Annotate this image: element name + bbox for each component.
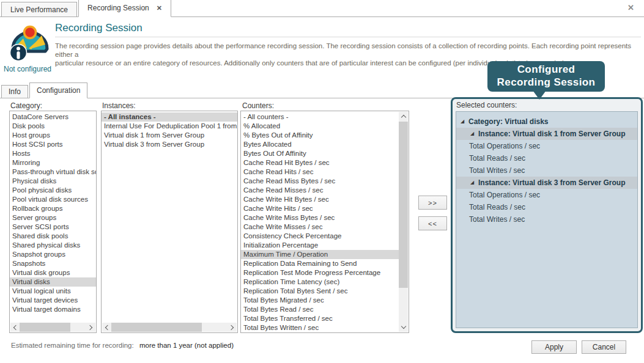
counter-list-item[interactable]: Cache Read Miss Bytes / sec: [241, 177, 399, 186]
cancel-button[interactable]: Cancel: [582, 340, 626, 354]
category-list-item[interactable]: Virtual logical units: [10, 287, 96, 296]
not-configured-status: Not configured: [4, 65, 51, 73]
configured-recording-session-callout: Configured Recording Session: [487, 61, 605, 92]
tab-configuration[interactable]: Configuration: [29, 82, 87, 98]
tree-item[interactable]: ◢ Total Reads / sec: [456, 152, 637, 164]
tab-label: Live Performance: [10, 6, 68, 14]
counter-list-item[interactable]: Initialization Percentage: [241, 241, 399, 250]
counter-list-item[interactable]: Replication Test Mode Progress Percentag…: [241, 268, 399, 277]
tab-live-performance[interactable]: Live Performance: [1, 2, 77, 16]
category-list-item[interactable]: Physical disks: [10, 177, 96, 186]
recording-session-gauge-icon: [10, 21, 50, 66]
scrollbar-track[interactable]: [20, 323, 86, 332]
category-list-item[interactable]: Server SCSI ports: [10, 222, 96, 232]
category-list-item[interactable]: Hosts: [10, 149, 96, 158]
remove-counters-button[interactable]: <<: [418, 216, 447, 230]
category-listbox[interactable]: DataCore Servers Disk pools Host groups …: [9, 111, 97, 333]
counter-list-item[interactable]: Bytes Out Of Affinity: [241, 149, 399, 158]
window-close-icon[interactable]: ✕: [627, 3, 634, 12]
apply-button[interactable]: Apply: [531, 340, 577, 354]
expander-icon[interactable]: ◢: [461, 116, 464, 128]
counter-list-item[interactable]: % Bytes Out of Affinity: [241, 131, 399, 140]
counter-list-item[interactable]: Cache Read Misses / sec: [241, 186, 399, 195]
counter-list-item[interactable]: Consistency Check Percentage: [241, 232, 399, 241]
expander-icon[interactable]: ◢: [470, 128, 474, 140]
category-list-item[interactable]: Host SCSI ports: [10, 140, 96, 149]
counter-list-item[interactable]: Cache Write Misses / sec: [241, 222, 399, 232]
category-list-item[interactable]: Virtual target devices: [10, 296, 96, 305]
category-horizontal-scrollbar[interactable]: [10, 323, 95, 332]
tab-recording-session[interactable]: Recording Session ✕: [78, 0, 171, 17]
category-list-item[interactable]: Host groups: [10, 131, 96, 140]
counter-list-item[interactable]: Maximum Time / Operation: [241, 250, 399, 259]
category-list-item[interactable]: DataCore Servers: [10, 112, 96, 122]
category-list-item[interactable]: Virtual disk groups: [10, 268, 96, 277]
scrollbar-thumb[interactable]: [111, 323, 202, 332]
counters-vertical-scrollbar[interactable]: [399, 112, 408, 332]
tree-item[interactable]: ◢ Instance: Virtual disk 3 from Server G…: [456, 177, 637, 189]
scrollbar-track[interactable]: [111, 323, 228, 332]
scroll-right-icon[interactable]: [228, 323, 237, 332]
callout-line-1: Configured: [517, 64, 576, 75]
category-list-item[interactable]: Pool physical disks: [10, 186, 96, 195]
category-list-item[interactable]: Rollback groups: [10, 204, 96, 213]
category-list-item[interactable]: Virtual disks: [10, 277, 96, 287]
selected-counters-tree[interactable]: ◢ Category: Virtual disks ◢ Instance: Vi…: [456, 111, 638, 328]
counter-list-item[interactable]: - All counters -: [241, 112, 399, 122]
instance-list-item[interactable]: Virtual disk 1 from Server Group: [102, 131, 237, 140]
tree-item[interactable]: ◢ Total Operations / sec: [456, 189, 637, 201]
instance-list-item[interactable]: Internal Use For Deduplication Pool 1 fr…: [102, 122, 237, 131]
instances-label: Instances:: [102, 101, 136, 110]
expander-icon[interactable]: ◢: [470, 177, 474, 189]
counter-list-item[interactable]: Cache Write Hit Bytes / sec: [241, 195, 399, 204]
scroll-up-icon[interactable]: [399, 112, 408, 121]
counters-listbox[interactable]: - All counters - % Allocated % Bytes Out…: [240, 111, 409, 333]
counter-list-item[interactable]: Cache Write Hits / sec: [241, 204, 399, 213]
category-list-item[interactable]: Snapshot groups: [10, 250, 96, 259]
tree-item[interactable]: ◢ Total Writes / sec: [456, 164, 637, 177]
category-list-item[interactable]: Disk pools: [10, 122, 96, 131]
tree-item[interactable]: ◢ Total Reads / sec: [456, 201, 637, 213]
scroll-left-icon[interactable]: [102, 323, 111, 332]
tree-item[interactable]: ◢ Total Writes / sec: [456, 213, 637, 226]
counter-list-item[interactable]: Total Bytes Read / sec: [241, 305, 399, 314]
scrollbar-thumb[interactable]: [399, 122, 408, 288]
category-list-item[interactable]: Pool virtual disk sources: [10, 195, 96, 204]
category-list-item[interactable]: Pass-through virtual disk sources: [10, 167, 96, 177]
instance-list-item[interactable]: - All instances -: [102, 112, 237, 122]
category-list-item[interactable]: Virtual target domains: [10, 305, 96, 314]
tab-close-icon[interactable]: ✕: [157, 4, 162, 12]
category-list-item[interactable]: Shared physical disks: [10, 241, 96, 250]
counter-list-item[interactable]: Cache Read Hits / sec: [241, 167, 399, 177]
add-counters-button[interactable]: >>: [418, 196, 447, 210]
counter-list-item[interactable]: Bytes Allocated: [241, 140, 399, 149]
counter-list-item[interactable]: Total Bytes Transferred / sec: [241, 314, 399, 323]
tab-label: Info: [9, 87, 21, 96]
estimated-time-status: Estimated remaining time for recording: …: [11, 342, 234, 349]
counter-list-item[interactable]: % Allocated: [241, 122, 399, 131]
document-tab-bar: Live Performance Recording Session ✕: [0, 0, 644, 17]
counter-list-item[interactable]: Replication Total Bytes Sent / sec: [241, 287, 399, 296]
scroll-down-icon[interactable]: [399, 323, 408, 332]
counter-list-item[interactable]: Replication Data Remaining to Send: [241, 259, 399, 268]
scroll-right-icon[interactable]: [86, 323, 95, 332]
scroll-left-icon[interactable]: [10, 323, 20, 332]
counter-list-item[interactable]: Cache Write Miss Bytes / sec: [241, 213, 399, 222]
counter-list-item[interactable]: Replication Time Latency (sec): [241, 277, 399, 287]
instances-horizontal-scrollbar[interactable]: [102, 323, 237, 332]
category-list-item[interactable]: Snapshots: [10, 259, 96, 268]
tab-info[interactable]: Info: [1, 85, 28, 98]
counter-list-item[interactable]: Total Bytes Migrated / sec: [241, 296, 399, 305]
scrollbar-thumb[interactable]: [20, 323, 70, 332]
tree-item[interactable]: ◢ Total Operations / sec: [456, 140, 637, 152]
status-value: more than 1 year (not applied): [139, 342, 234, 349]
category-list-item[interactable]: Mirroring: [10, 158, 96, 167]
counter-list-item[interactable]: Total Bytes Written / sec: [241, 323, 399, 332]
tree-item[interactable]: ◢ Category: Virtual disks: [456, 116, 637, 128]
tree-item[interactable]: ◢ Instance: Virtual disk 1 from Server G…: [456, 128, 637, 140]
category-list-item[interactable]: Shared disk pools: [10, 232, 96, 241]
instance-list-item[interactable]: Virtual disk 3 from Server Group: [102, 140, 237, 149]
category-list-item[interactable]: Server groups: [10, 213, 96, 222]
instances-listbox[interactable]: - All instances - Internal Use For Dedup…: [101, 111, 238, 333]
counter-list-item[interactable]: Cache Read Hit Bytes / sec: [241, 158, 399, 167]
